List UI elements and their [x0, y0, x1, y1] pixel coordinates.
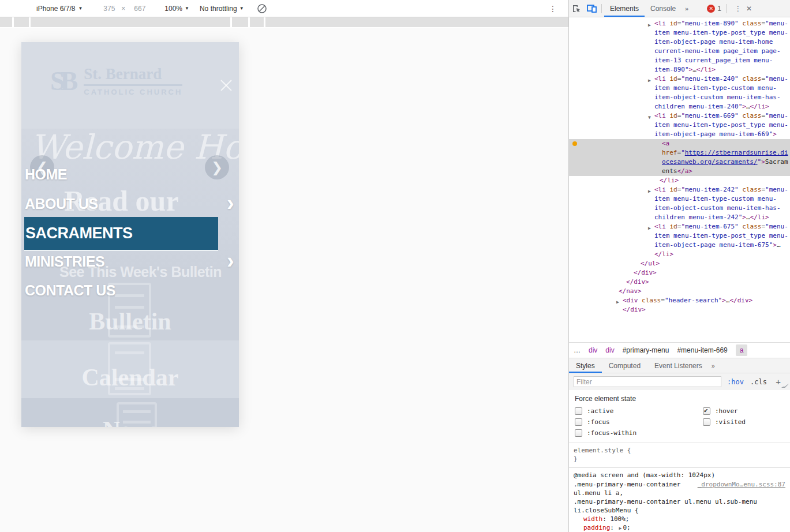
breadcrumb-item-a[interactable]: a	[736, 344, 748, 356]
device-select[interactable]: iPhone 6/7/8 ▼	[36, 5, 83, 13]
state-checkbox-focuswithin[interactable]	[575, 429, 582, 437]
inspect-element-icon[interactable]	[569, 2, 584, 16]
state-row-active: :active	[575, 407, 703, 415]
code-token: class	[638, 297, 661, 304]
styles-sidebar-tabs: StylesComputedEvent Listeners»	[569, 358, 790, 373]
expand-closed-icon[interactable]: ▶	[648, 187, 651, 196]
css-colon: :	[610, 524, 617, 531]
more-tabs-icon[interactable]: »	[682, 5, 692, 12]
breadcrumb: …divdiv#primary-menu#menu-item-669a	[569, 342, 790, 358]
code-token: </nav>	[619, 287, 642, 295]
styles-tab-event-listeners[interactable]: Event Listeners	[647, 358, 709, 373]
nav-item-sacraments[interactable]: SACRAMENTS	[24, 217, 218, 251]
code-token: …	[746, 213, 750, 221]
throttling-select[interactable]: No throttling ▼	[200, 5, 244, 13]
tree-row[interactable]: </div>	[569, 278, 790, 287]
code-token: </div>	[623, 306, 646, 313]
error-icon: ✕	[707, 5, 715, 13]
ruler-segment	[31, 17, 230, 27]
tree-row[interactable]: </div>	[569, 305, 790, 314]
toggle-device-toolbar-icon[interactable]	[584, 2, 599, 16]
expand-closed-icon[interactable]: ▶	[648, 76, 651, 85]
new-style-rule-button[interactable]: +	[776, 377, 781, 387]
nav-item-home[interactable]: HOME	[25, 166, 67, 183]
nav-item-contact-us[interactable]: CONTACT US	[25, 282, 115, 299]
toolbar-divider	[726, 4, 727, 13]
code-token: </ul>	[641, 260, 660, 267]
breadcrumb-item-menuitem669[interactable]: #menu-item-669	[677, 346, 727, 354]
css-property-name: padding	[583, 524, 610, 531]
element-classes-button[interactable]: .cls	[750, 378, 767, 386]
tree-row[interactable]: </nav>	[569, 287, 790, 296]
styles-filter-row: :hov .cls +	[569, 373, 790, 390]
code-token: id	[666, 112, 677, 119]
state-checkbox-active[interactable]	[575, 407, 582, 415]
code-token: …	[777, 241, 781, 249]
state-row-visited: :visited	[703, 418, 784, 426]
state-row-hover: :hover	[703, 407, 784, 415]
viewport-width-input[interactable]: 375	[99, 5, 119, 13]
selected-rule-marker-icon	[572, 141, 577, 146]
close-devtools-icon[interactable]: ✕	[746, 5, 752, 13]
code-token: "menu-item-240"	[681, 75, 738, 83]
error-badge[interactable]: ✕ 1	[707, 5, 721, 13]
ruler-segment	[232, 17, 248, 27]
code-token: <li	[654, 20, 666, 27]
tree-row[interactable]: </div>	[569, 268, 790, 278]
code-token: class	[739, 112, 762, 119]
state-checkbox-hover[interactable]	[703, 407, 710, 415]
tab-elements-label: Elements	[610, 5, 639, 13]
styles-filter-input[interactable]	[574, 376, 721, 387]
nav-item-ministries[interactable]: MINISTRIES	[25, 253, 104, 270]
devtools-menu-kebab-icon[interactable]: ⋮	[735, 5, 742, 13]
toggle-element-state-button[interactable]: :hov	[727, 378, 744, 386]
emulation-menu-kebab-icon[interactable]: ⋮	[549, 4, 557, 13]
force-element-state-pane: Force element state :active:hover:focus:…	[569, 390, 790, 443]
tree-row[interactable]: <a href="https://stbernardsunrise.dioces…	[569, 139, 790, 176]
tree-row[interactable]: ▶<li id="menu-item-240" class="menu-item…	[569, 74, 790, 111]
nav-item-about-us[interactable]: ABOUT US	[25, 196, 98, 212]
tree-row[interactable]: ▶<li id="menu-item-890" class="menu-item…	[569, 19, 790, 74]
tree-row[interactable]: </ul>	[569, 259, 790, 268]
tree-row[interactable]: ▶<li id="menu-item-675" class="menu-item…	[569, 222, 790, 259]
stylesheet-source-link[interactable]: _dropdownMo…enu.scss:87	[698, 480, 785, 489]
submenu-chevron-icon[interactable]: ›	[227, 252, 234, 269]
more-styles-tabs-icon[interactable]: »	[709, 362, 717, 369]
breadcrumb-item-div[interactable]: div	[589, 346, 597, 354]
code-token: <div	[623, 297, 638, 304]
breadcrumb-item-primarymenu[interactable]: #primary-menu	[623, 346, 669, 354]
css-property-value: 0;	[623, 524, 630, 531]
state-label: :hover	[715, 407, 738, 415]
code-token: <li	[654, 75, 666, 83]
tree-row[interactable]: ▶<li id="menu-item-242" class="menu-item…	[569, 185, 790, 222]
breadcrumb-item-div[interactable]: div	[605, 346, 614, 354]
viewport-height-input[interactable]: 667	[130, 5, 149, 13]
tab-elements[interactable]: Elements	[604, 0, 645, 17]
styles-tab-styles[interactable]: Styles	[569, 358, 602, 373]
tree-row[interactable]: ▶<div class="header-search">…</div>	[569, 296, 790, 305]
code-token: </li>	[750, 213, 769, 221]
ruler-segment	[14, 17, 29, 27]
code-token: >	[773, 130, 777, 138]
expand-open-icon[interactable]: ▼	[648, 113, 651, 122]
submenu-chevron-icon[interactable]: ›	[227, 194, 234, 212]
expand-closed-icon[interactable]: ▶	[648, 21, 651, 30]
tree-row[interactable]: ▼<li id="menu-item-669" class="menu-item…	[569, 111, 790, 139]
styles-tab-computed[interactable]: Computed	[602, 358, 647, 373]
code-token: …	[692, 66, 697, 73]
code-token: </div>	[729, 297, 752, 304]
expand-closed-icon[interactable]: ▶	[648, 224, 651, 233]
code-token: class	[739, 186, 762, 193]
breadcrumb-item-[interactable]: …	[574, 346, 581, 354]
tree-row[interactable]: </li>	[569, 176, 790, 185]
state-label: :active	[587, 407, 613, 415]
zoom-select[interactable]: 100% ▼	[164, 5, 189, 13]
css-property-value: 100%;	[610, 515, 629, 523]
media-style-rule: @media screen and (max-width: 1024px) _d…	[569, 468, 790, 532]
state-checkbox-focus[interactable]	[575, 418, 582, 426]
ruler-segment	[265, 17, 568, 27]
state-checkbox-visited[interactable]	[703, 418, 710, 426]
rotate-viewport-icon[interactable]	[257, 3, 267, 14]
code-token: </li>	[750, 103, 769, 110]
tab-console[interactable]: Console	[645, 0, 682, 17]
